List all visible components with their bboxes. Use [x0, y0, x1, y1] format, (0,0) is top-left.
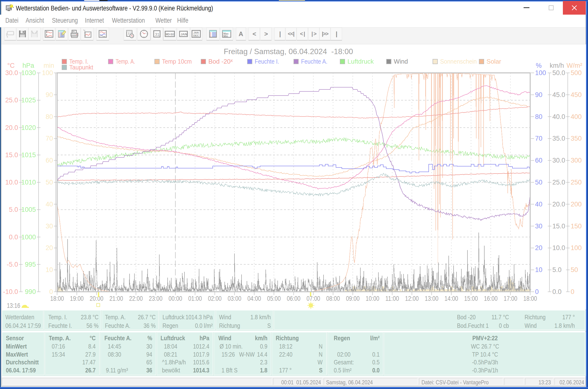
svg-text:15.0: 15.0: [5, 151, 18, 159]
svg-text:°C: °C: [7, 62, 15, 69]
svg-text:80: 80: [535, 113, 542, 120]
svg-text:W/m²: W/m²: [567, 62, 582, 69]
svg-text:MO-SU: MO-SU: [166, 33, 174, 36]
svg-text:13:00: 13:00: [425, 295, 439, 302]
svg-text:01:00: 01:00: [188, 295, 202, 302]
svg-text:0.0: 0.0: [552, 288, 562, 295]
svg-text:18:00: 18:00: [523, 295, 537, 302]
svg-text:15:00: 15:00: [464, 295, 478, 302]
svg-text:02:00: 02:00: [208, 295, 221, 302]
svg-text:80: 80: [46, 113, 53, 120]
svg-text:100: 100: [42, 69, 53, 76]
svg-text:23:00: 23:00: [149, 295, 162, 302]
svg-text:Feuchte A.: Feuchte A.: [301, 58, 328, 65]
svg-text:1030: 1030: [21, 69, 36, 76]
svg-text:°c: °c: [83, 29, 85, 32]
svg-text:30: 30: [535, 223, 542, 230]
svg-text:Sonnenschein: Sonnenschein: [440, 58, 477, 65]
svg-text:30: 30: [46, 223, 53, 230]
svg-text:Min: Min: [223, 35, 228, 37]
svg-text:25.0: 25.0: [5, 97, 18, 104]
svg-text:11:00: 11:00: [385, 295, 399, 302]
svg-text:0.0: 0.0: [9, 233, 18, 241]
svg-text:17:00: 17:00: [504, 295, 517, 302]
svg-text:min: min: [43, 62, 54, 69]
svg-text:Luftdruck: Luftdruck: [347, 58, 374, 65]
svg-text:1020: 1020: [21, 124, 36, 131]
svg-text:300: 300: [571, 157, 582, 164]
svg-text:06:00: 06:00: [287, 295, 301, 302]
svg-text:04:00: 04:00: [247, 295, 261, 302]
svg-text:1000: 1000: [21, 233, 36, 241]
svg-text:10: 10: [46, 266, 53, 273]
svg-text:05:00: 05:00: [267, 295, 281, 302]
svg-text:100: 100: [535, 69, 546, 76]
svg-text:20.0: 20.0: [552, 201, 565, 208]
svg-text:250: 250: [571, 179, 582, 186]
svg-text:19:00: 19:00: [70, 295, 84, 302]
svg-text:09:00: 09:00: [346, 295, 360, 302]
svg-text:16:00: 16:00: [484, 295, 497, 302]
svg-text:60: 60: [46, 157, 53, 164]
svg-text:20: 20: [535, 244, 542, 252]
svg-text:10.0: 10.0: [5, 179, 18, 186]
svg-text:10:00: 10:00: [366, 295, 379, 302]
svg-text:18:00: 18:00: [50, 295, 64, 302]
svg-text:990: 990: [25, 288, 36, 295]
svg-text:0: 0: [535, 288, 539, 295]
svg-text:70: 70: [46, 135, 53, 142]
svg-text:15.0: 15.0: [552, 223, 565, 230]
svg-text:50.0: 50.0: [552, 69, 565, 76]
svg-text:50: 50: [535, 179, 542, 186]
svg-text:60: 60: [535, 157, 542, 164]
svg-text:JAN: JAN: [193, 31, 199, 34]
svg-text:25.0: 25.0: [552, 179, 565, 186]
svg-text:DEC: DEC: [193, 34, 199, 37]
svg-text:150: 150: [571, 223, 582, 230]
svg-text:20:00: 20:00: [90, 295, 104, 302]
svg-text:00:00: 00:00: [169, 295, 182, 302]
svg-text:Wind: Wind: [394, 58, 408, 65]
svg-text:20: 20: [46, 244, 53, 252]
svg-text:JAN: JAN: [181, 32, 187, 36]
svg-text:-10.0: -10.0: [3, 288, 18, 295]
svg-text:10: 10: [535, 266, 542, 273]
svg-text:20.0: 20.0: [5, 124, 18, 131]
svg-text:%: %: [536, 62, 542, 69]
svg-text:450: 450: [571, 91, 582, 98]
svg-text:1015: 1015: [21, 151, 36, 159]
svg-text:50: 50: [571, 266, 578, 273]
svg-text:km/h: km/h: [550, 62, 564, 69]
svg-text:21:00: 21:00: [109, 295, 123, 302]
svg-text:31.: 31.: [155, 32, 160, 36]
svg-text:Solar: Solar: [486, 58, 501, 65]
svg-text:1010: 1010: [21, 179, 36, 186]
svg-text:90: 90: [46, 91, 53, 98]
svg-text:07:00: 07:00: [306, 295, 320, 302]
svg-text:1005: 1005: [21, 206, 36, 213]
svg-text:Temp 10cm: Temp 10cm: [162, 58, 192, 65]
svg-text:10.0: 10.0: [552, 244, 565, 252]
svg-text:30.0: 30.0: [552, 157, 565, 164]
svg-text:50: 50: [46, 179, 53, 186]
svg-text:70: 70: [535, 135, 542, 142]
svg-text:1025: 1025: [21, 97, 36, 104]
svg-text:350: 350: [571, 135, 582, 142]
svg-text:Feuchte I.: Feuchte I.: [255, 58, 279, 65]
svg-text:08:00: 08:00: [326, 295, 340, 302]
svg-text:5.0: 5.0: [9, 206, 18, 213]
svg-text:45.0: 45.0: [552, 91, 565, 98]
svg-text:22:00: 22:00: [129, 295, 143, 302]
svg-text:35.0: 35.0: [552, 135, 565, 142]
svg-text:30.0: 30.0: [5, 69, 18, 76]
svg-text:hPa: hPa: [22, 62, 35, 69]
svg-text:5.0: 5.0: [552, 266, 562, 273]
svg-text:Freitag / Samstag, 06.04.2024: Freitag / Samstag, 06.04.2024 -18:00: [224, 47, 353, 56]
svg-text:40: 40: [46, 201, 53, 208]
svg-text:40: 40: [535, 201, 542, 208]
svg-text:-5.0: -5.0: [7, 261, 18, 268]
svg-text:13:16: 13:16: [7, 302, 20, 309]
svg-text:995: 995: [25, 261, 36, 268]
svg-text:500: 500: [571, 69, 582, 76]
svg-text:12:00: 12:00: [405, 295, 419, 302]
